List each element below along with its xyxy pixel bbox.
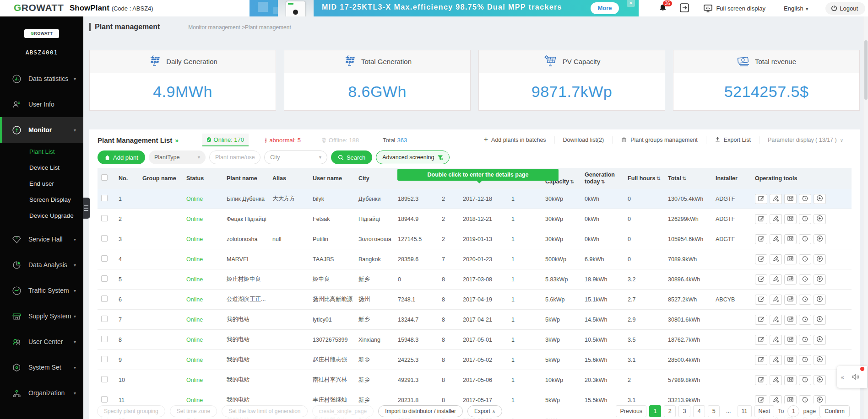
tab-online[interactable]: ✓Online: 170: [202, 134, 249, 146]
next-page-button[interactable]: Next: [754, 405, 775, 417]
datalogger-button[interactable]: [770, 335, 782, 345]
tab-offline[interactable]: ◷Offline: 188: [317, 134, 363, 146]
datalogger-button[interactable]: [770, 295, 782, 305]
sidebar-item-user-center[interactable]: User Center▾: [0, 329, 83, 355]
edit-button[interactable]: [755, 375, 767, 385]
edit-button[interactable]: [755, 355, 767, 365]
export-button[interactable]: Export∧: [467, 405, 502, 417]
confirm-button[interactable]: Confirm: [819, 405, 850, 417]
sidebar-item-user-info[interactable]: User Info: [0, 91, 83, 117]
download-button[interactable]: [814, 254, 826, 264]
row-checkbox[interactable]: [101, 295, 108, 302]
sidebar-item-monitor[interactable]: Monitor▾: [0, 117, 83, 143]
download-list-2-button[interactable]: Download list(2): [554, 136, 613, 144]
column-header-total[interactable]: Total⇅: [664, 175, 712, 182]
sidebar-item-organization[interactable]: Organization▾: [0, 380, 83, 406]
plant-detail-button[interactable]: [784, 375, 797, 385]
page-button-5[interactable]: 5: [708, 405, 720, 417]
table-row[interactable]: 9Online我的电站赵庄村熊志强新乡24225.382017-05-0215k…: [98, 350, 852, 370]
download-button[interactable]: [814, 375, 826, 385]
edit-button[interactable]: [755, 214, 767, 224]
scrollbar-thumb[interactable]: [864, 40, 868, 100]
page-button-4[interactable]: 4: [693, 405, 705, 417]
sidebar-subitem-end-user[interactable]: End user: [0, 176, 83, 192]
add-plants-in-batches-button[interactable]: +Add plants in batches: [476, 136, 554, 144]
collapse-widget-button[interactable]: «: [837, 374, 848, 381]
history-button[interactable]: [799, 274, 811, 285]
set-the-low-limit-of-generation-button[interactable]: Set the low limit of generation: [222, 405, 307, 417]
plant-name-input[interactable]: [209, 150, 260, 164]
page-button-3[interactable]: 3: [678, 405, 690, 417]
row-checkbox[interactable]: [101, 336, 108, 342]
page-button-2[interactable]: 2: [664, 405, 676, 417]
city-select[interactable]: City▼: [264, 150, 327, 164]
download-button[interactable]: [814, 315, 826, 325]
tab-abnormal[interactable]: !abnormal: 5: [260, 134, 305, 146]
add-plant-button[interactable]: Add plant: [98, 150, 145, 164]
datalogger-button[interactable]: [770, 214, 782, 224]
edit-button[interactable]: [755, 315, 767, 325]
audio-alert-button[interactable]: [848, 372, 863, 381]
row-checkbox[interactable]: [101, 316, 108, 322]
table-row[interactable]: 8Online我的电站13072675399Xinxiang15948.3820…: [98, 330, 852, 350]
history-button[interactable]: [799, 375, 811, 385]
history-button[interactable]: [799, 355, 811, 365]
table-row[interactable]: 5Online姬庄村姬中良姬中良新乡082017-03-0815.83kWp18…: [98, 269, 852, 290]
parameter-display-13-17-button[interactable]: Parameter display ( 13/17 )∨: [759, 136, 852, 144]
row-checkbox[interactable]: [101, 235, 108, 242]
plant-detail-button[interactable]: [784, 315, 797, 325]
language-selector[interactable]: English ▼: [784, 5, 809, 12]
plant-detail-button[interactable]: [784, 355, 797, 365]
row-checkbox[interactable]: [101, 215, 108, 221]
row-checkbox[interactable]: [101, 356, 108, 362]
table-row[interactable]: 4OnlineMARVELTAAJBSBangkok28359.672020-0…: [98, 249, 852, 269]
history-button[interactable]: [799, 315, 811, 325]
edit-button[interactable]: [755, 254, 767, 264]
search-button[interactable]: Search: [331, 150, 372, 164]
history-button[interactable]: [799, 234, 811, 244]
select-all-checkbox[interactable]: [101, 174, 108, 181]
sidebar-item-service-hall[interactable]: Service Hall▾: [0, 226, 83, 252]
table-row[interactable]: 7Online我的电站lytlcy01新乡13244.782017-04-211…: [98, 310, 852, 330]
sort-icon[interactable]: ⇅: [570, 179, 574, 184]
table-row[interactable]: 1OnlineБілик Дубенка大大方方bilykДубенки1895…: [98, 189, 852, 209]
full-screen-button[interactable]: Full screen display: [704, 5, 765, 12]
datalogger-button[interactable]: [770, 355, 782, 365]
download-button[interactable]: [814, 295, 826, 305]
history-button[interactable]: [799, 194, 811, 204]
plant-detail-button[interactable]: [784, 274, 797, 285]
plant-detail-button[interactable]: [784, 214, 797, 224]
page-button-11[interactable]: 11: [738, 405, 752, 417]
row-checkbox[interactable]: [101, 255, 108, 262]
plant-detail-button[interactable]: [784, 295, 797, 305]
history-button[interactable]: [799, 214, 811, 224]
specify-plant-grouping-button[interactable]: Specify plant grouping: [97, 405, 165, 417]
column-header-full_hours[interactable]: Full hours⇅: [624, 175, 664, 182]
table-row[interactable]: 3OnlinezolotonoshanullPutilinЗолотоноша1…: [98, 229, 852, 249]
download-button[interactable]: [814, 335, 826, 345]
sidebar-subitem-screen-display[interactable]: Screen Display: [0, 192, 83, 208]
plant-detail-button[interactable]: [784, 254, 797, 264]
page-button-1[interactable]: 1: [649, 405, 661, 417]
banner-close-icon[interactable]: ✕: [627, 0, 635, 7]
exit-button[interactable]: [679, 2, 690, 15]
edit-button[interactable]: [755, 295, 767, 305]
datalogger-button[interactable]: [770, 254, 782, 264]
sidebar-collapse-handle[interactable]: [83, 198, 90, 219]
datalogger-button[interactable]: [770, 315, 782, 325]
plant-detail-button[interactable]: [784, 194, 797, 204]
logout-button[interactable]: Logout: [825, 2, 865, 15]
row-checkbox[interactable]: [101, 275, 108, 282]
plant-detail-button[interactable]: [784, 234, 797, 244]
advanced-screening-button[interactable]: Advanced screening: [376, 150, 450, 164]
datalogger-button[interactable]: [770, 234, 782, 244]
sort-icon[interactable]: ⇅: [601, 179, 605, 184]
download-button[interactable]: [814, 234, 826, 244]
edit-button[interactable]: [755, 194, 767, 204]
sort-icon[interactable]: ⇅: [682, 176, 686, 181]
datalogger-button[interactable]: [770, 375, 782, 385]
sidebar-item-data-analysis[interactable]: Data Analysis▾: [0, 252, 83, 278]
plant-detail-button[interactable]: [784, 335, 797, 345]
edit-button[interactable]: [755, 234, 767, 244]
edit-button[interactable]: [755, 274, 767, 285]
